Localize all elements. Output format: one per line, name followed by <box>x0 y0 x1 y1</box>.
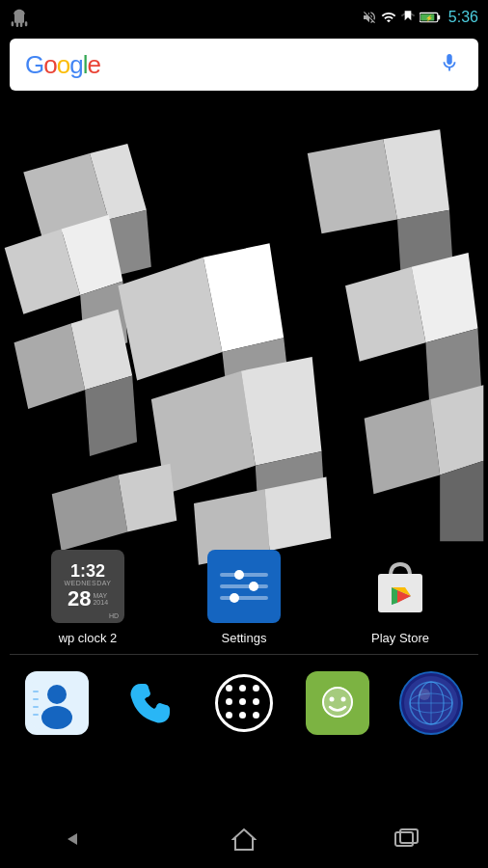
mute-icon <box>362 10 377 25</box>
wpclock-hd: HD <box>109 612 119 619</box>
svg-marker-26 <box>430 385 483 475</box>
google-logo: Google <box>25 50 436 80</box>
wpclock-icon-wrapper[interactable]: 1:32 WEDNESDAY 28 MAY 2014 HD <box>49 548 126 625</box>
settings-label: Settings <box>222 631 267 645</box>
wpclock-year: 2014 <box>93 599 108 606</box>
svg-marker-19 <box>308 139 397 233</box>
dot <box>253 712 259 719</box>
dots-grid <box>226 685 262 721</box>
dot <box>226 685 232 692</box>
app-item-playstore[interactable]: Play Store <box>352 548 448 645</box>
home-icon <box>231 827 257 852</box>
back-icon <box>68 828 95 850</box>
drawer-icon[interactable] <box>215 674 273 732</box>
signal-icon <box>400 10 416 25</box>
dot <box>239 685 246 692</box>
svg-marker-17 <box>241 357 321 466</box>
svg-point-46 <box>330 697 335 702</box>
nav-back-button[interactable] <box>57 820 105 858</box>
cubes-background <box>0 96 488 608</box>
app-item-settings[interactable]: Settings <box>196 548 292 645</box>
playstore-icon[interactable] <box>364 550 437 623</box>
svg-rect-1 <box>438 15 440 20</box>
wpclock-month: MAY <box>93 592 108 599</box>
dock <box>0 662 488 745</box>
svg-point-39 <box>41 706 72 729</box>
dot <box>226 712 232 719</box>
svg-marker-22 <box>345 267 425 362</box>
search-bar[interactable]: Google <box>10 39 478 91</box>
status-bar: ⚡ 5:36 <box>0 0 488 35</box>
app-icons-row: 1:32 WEDNESDAY 28 MAY 2014 HD wp clock 2 <box>0 548 488 645</box>
playstore-label: Play Store <box>371 631 429 645</box>
contacts-icon[interactable] <box>25 671 89 735</box>
svg-text:⚡: ⚡ <box>425 14 433 22</box>
mic-button[interactable] <box>436 51 463 78</box>
dock-divider <box>10 654 478 655</box>
android-icon <box>10 8 29 27</box>
svg-point-47 <box>341 697 346 702</box>
svg-rect-42 <box>33 706 39 708</box>
svg-marker-29 <box>118 464 176 532</box>
wpclock-icon[interactable]: 1:32 WEDNESDAY 28 MAY 2014 HD <box>51 550 124 623</box>
svg-marker-13 <box>118 258 222 381</box>
settings-icon[interactable] <box>207 550 281 623</box>
playstore-bag-svg <box>370 555 430 618</box>
nav-recents-button[interactable] <box>383 820 431 858</box>
svg-marker-12 <box>85 376 137 456</box>
wifi-icon <box>381 10 396 25</box>
svg-marker-31 <box>265 477 332 552</box>
dot <box>253 685 259 692</box>
svg-marker-25 <box>365 399 441 494</box>
dot <box>253 698 259 705</box>
svg-point-38 <box>47 685 67 704</box>
battery-icon: ⚡ <box>420 10 441 25</box>
svg-marker-34 <box>392 587 397 605</box>
svg-point-55 <box>419 689 430 700</box>
dock-contacts[interactable] <box>23 669 91 737</box>
playstore-icon-wrapper[interactable] <box>362 548 439 625</box>
dock-phone[interactable] <box>117 669 184 737</box>
wallpaper <box>0 96 488 608</box>
wpclock-date: 28 <box>68 586 91 611</box>
svg-marker-28 <box>52 475 128 552</box>
svg-rect-43 <box>33 714 39 716</box>
dot <box>239 712 246 719</box>
nav-home-button[interactable] <box>220 820 268 858</box>
recents-icon <box>393 828 420 850</box>
settings-sliders <box>220 573 268 600</box>
svg-rect-40 <box>33 691 39 692</box>
status-time: 5:36 <box>448 9 478 26</box>
svg-point-45 <box>323 688 352 717</box>
settings-icon-wrapper[interactable] <box>205 548 283 625</box>
wpclock-label: wp clock 2 <box>59 631 118 645</box>
dot <box>226 698 232 705</box>
phone-svg <box>122 674 179 732</box>
notification-area <box>10 8 29 31</box>
dock-browser[interactable] <box>397 669 465 737</box>
dot <box>239 698 246 705</box>
nav-bar <box>0 810 488 868</box>
dock-app-drawer[interactable] <box>210 669 278 737</box>
browser-icon[interactable] <box>399 671 463 735</box>
app-item-wpclock[interactable]: 1:32 WEDNESDAY 28 MAY 2014 HD wp clock 2 <box>40 548 136 645</box>
browser-svg <box>401 673 461 733</box>
wpclock-time: 1:32 <box>70 562 105 580</box>
phone-icon-wrap[interactable] <box>119 671 182 735</box>
messenger-svg <box>315 681 360 725</box>
status-icons: ⚡ 5:36 <box>362 9 478 26</box>
svg-rect-41 <box>33 698 39 700</box>
dock-messenger[interactable] <box>304 669 371 737</box>
messenger-icon[interactable] <box>306 671 369 735</box>
wpclock-day: WEDNESDAY <box>64 580 111 586</box>
contacts-svg <box>31 677 83 729</box>
